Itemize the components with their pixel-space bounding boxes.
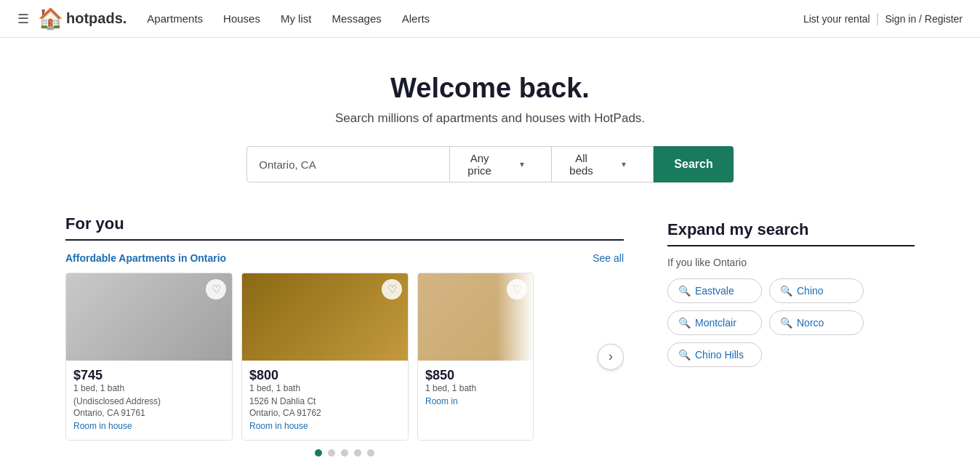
see-all-link[interactable]: See all [593,252,624,264]
listing-price-2: $800 [249,368,401,383]
search-icon: 🔍 [780,285,792,297]
for-you-panel: For you Affordable Apartments in Ontario… [65,209,667,457]
chip-label-chino-hills: Chino Hills [695,349,744,361]
carousel-dot-4[interactable] [354,449,361,457]
chip-label-eastvale: Eastvale [695,285,734,297]
logo-text: hotpads. [66,10,126,27]
subsection-title: Affordable Apartments in Ontario [65,252,226,264]
price-chevron-icon: ▾ [503,159,542,169]
search-button[interactable]: Search [654,146,733,182]
chip-norco[interactable]: 🔍 Norco [769,310,864,335]
chip-montclair[interactable]: 🔍 Montclair [667,310,762,335]
chip-chino-hills[interactable]: 🔍 Chino Hills [667,342,762,367]
chip-chino[interactable]: 🔍 Chino [769,278,864,303]
nav-right: List your rental | Sign in / Register [803,11,963,26]
favorite-button-2[interactable]: ♡ [382,279,402,300]
search-icon: 🔍 [780,317,792,329]
listing-type-1: Room in house [73,421,225,431]
for-you-divider [65,239,624,241]
carousel-dot-1[interactable] [315,449,322,457]
nav-links: Apartments Houses My list Messages Alert… [147,12,430,25]
logo[interactable]: 🏠 hotpads. [38,7,126,31]
expand-chips: 🔍 Eastvale 🔍 Chino 🔍 Montclair 🔍 Norco 🔍… [667,278,915,367]
beds-dropdown-label: All beds [562,152,601,177]
expand-title: Expand my search [667,214,915,239]
carousel-dot-5[interactable] [367,449,374,457]
chip-label-montclair: Montclair [695,317,736,329]
beds-chevron-icon: ▾ [605,159,643,169]
expand-divider [667,245,915,246]
listing-card-partial[interactable]: ♡ $850 1 bed, 1 bath Room in [417,273,534,441]
listing-card[interactable]: ♡ $745 1 bed, 1 bath (Undisclosed Addres… [65,273,233,441]
hamburger-menu[interactable]: ☰ [17,11,29,27]
hero-section: Welcome back. Search millions of apartme… [0,38,980,209]
listing-beds-1: 1 bed, 1 bath [73,383,225,393]
carousel-dots [65,449,624,457]
chip-eastvale[interactable]: 🔍 Eastvale [667,278,762,303]
search-icon: 🔍 [678,317,691,329]
carousel-dot-3[interactable] [341,449,348,457]
listing-address-1: (Undisclosed Address) [73,396,225,406]
chip-label-norco: Norco [797,317,824,329]
search-icon: 🔍 [678,285,691,297]
partial-fade [497,273,533,440]
listing-city-2: Ontario, CA 91762 [249,408,401,418]
search-location-input[interactable] [246,146,450,182]
hero-title: Welcome back. [12,73,968,104]
subsection-header: Affordable Apartments in Ontario See all [65,252,624,264]
hero-subtitle: Search millions of apartments and houses… [12,111,968,126]
nav-mylist[interactable]: My list [281,12,312,25]
nav-apartments[interactable]: Apartments [147,12,203,25]
listing-info-1: $745 1 bed, 1 bath (Undisclosed Address)… [66,361,232,440]
listing-card[interactable]: ♡ $800 1 bed, 1 bath 1526 N Dahlia Ct On… [241,273,409,441]
listing-info-2: $800 1 bed, 1 bath 1526 N Dahlia Ct Onta… [242,361,408,440]
beds-dropdown[interactable]: All beds ▾ [552,146,654,182]
listing-beds-2: 1 bed, 1 bath [249,383,401,393]
logo-icon: 🏠 [38,7,63,31]
listing-image-1: ♡ [66,273,232,361]
carousel-next-button[interactable]: › [598,344,624,370]
favorite-button-1[interactable]: ♡ [206,279,226,300]
search-bar: Any price ▾ All beds ▾ Search [12,146,968,182]
main-content: For you Affordable Apartments in Ontario… [0,209,980,457]
listing-city-1: Ontario, CA 91761 [73,408,225,418]
search-icon: 🔍 [678,349,691,361]
nav-houses[interactable]: Houses [223,12,260,25]
listings-wrapper: ♡ $745 1 bed, 1 bath (Undisclosed Addres… [65,273,624,457]
expand-search-panel: Expand my search If you like Ontario 🔍 E… [667,209,915,457]
price-dropdown-label: Any price [460,152,499,177]
sign-in-register-link[interactable]: Sign in / Register [885,13,963,25]
nav-alerts[interactable]: Alerts [402,12,430,25]
price-dropdown[interactable]: Any price ▾ [450,146,552,182]
listing-type-2: Room in house [249,421,401,431]
expand-subtitle: If you like Ontario [667,257,915,268]
listing-image-2: ♡ [242,273,408,361]
listing-address-2: 1526 N Dahlia Ct [249,396,401,406]
listings-row: ♡ $745 1 bed, 1 bath (Undisclosed Addres… [65,273,624,441]
listing-price-1: $745 [73,368,225,383]
chip-label-chino: Chino [797,285,824,297]
nav-divider: | [876,11,880,26]
nav-messages[interactable]: Messages [332,12,381,25]
navbar: ☰ 🏠 hotpads. Apartments Houses My list M… [0,0,980,38]
for-you-title: For you [65,209,624,233]
list-your-rental-link[interactable]: List your rental [803,13,870,25]
carousel-dot-2[interactable] [328,449,335,457]
